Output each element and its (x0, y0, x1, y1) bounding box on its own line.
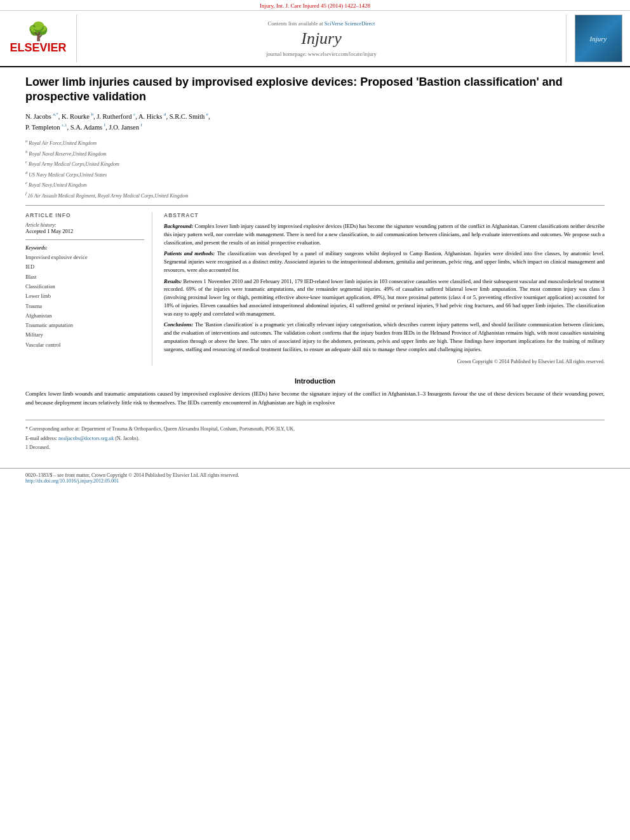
article-history: Article history: Accepted 1 May 2012 (25, 222, 144, 234)
keyword-military: Military (25, 330, 144, 340)
conclusions-content: The 'Bastion classification' is a pragma… (164, 321, 605, 352)
injury-logo: Injury (575, 15, 622, 62)
background-label: Background: (164, 223, 193, 229)
journal-header: 🌳 ELSEVIER Contents lists available at S… (0, 11, 630, 67)
keyword-blast: Blast (25, 272, 144, 282)
footnotes-section: * Corresponding author at: Department of… (25, 420, 605, 451)
keyword-classification: Classification (25, 282, 144, 291)
abstract-text: Background: Complex lower limb injury ca… (164, 222, 605, 366)
intro-paragraph: Complex lower limb wounds and traumatic … (25, 390, 605, 406)
results-label: Results: (164, 278, 182, 284)
corresponding-footnote: * Corresponding author at: Department of… (25, 425, 605, 432)
deceased-footnote: 1 Deceased. (25, 444, 605, 451)
history-label: Article history: (25, 222, 144, 228)
abstract-methods: Patients and methods: The classification… (164, 250, 605, 274)
doi-link[interactable]: http://dx.doi.org/10.1016/j.injury.2012.… (25, 478, 119, 484)
affiliation-f: f 16 Air Assault Medical Regiment, Royal… (25, 190, 605, 200)
keyword-traumatic-amputation: Traumatic amputation (25, 321, 144, 330)
keyword-vascular-control: Vascular control (25, 340, 144, 350)
keywords-list: Improvised explosive device IED Blast Cl… (25, 253, 144, 350)
affiliations: a Royal Air Force,United Kingdom b Royal… (25, 138, 605, 200)
methods-label: Patients and methods: (164, 250, 215, 257)
license-text: 0020–1383/$ – see front matter, Crown Co… (25, 472, 605, 478)
abstract-results: Results: Between 1 November 2010 and 20 … (164, 277, 605, 318)
elsevier-logo-area: 🌳 ELSEVIER (6, 15, 70, 62)
keyword-lower-limb: Lower limb (25, 291, 144, 301)
email-link[interactable]: nealjacobs@doctors.org.uk (58, 436, 114, 441)
authors-line: N. Jacobs a,*, K. Rourke b, J. Rutherfor… (25, 111, 605, 133)
main-content: Lower limb injuries caused by improvised… (0, 67, 630, 460)
section-divider (25, 205, 605, 206)
methods-content: The classification was developed by a pa… (164, 250, 605, 273)
journal-citation: Injury, Int. J. Care Injured 45 (2014) 1… (0, 0, 630, 11)
introduction-text: Complex lower limb wounds and traumatic … (25, 390, 605, 407)
affiliation-c: c Royal Army Medical Corps,United Kingdo… (25, 159, 605, 168)
abstract-background: Background: Complex lower limb injury ca… (164, 222, 605, 246)
journal-info-area: Contents lists available at SciVerse Sci… (76, 15, 566, 62)
affiliation-b: b Royal Naval Reserve,United Kingdom (25, 149, 605, 158)
journal-homepage: journal homepage: www.elsevier.com/locat… (266, 51, 377, 57)
article-info-column: ARTICLE INFO Article history: Accepted 1… (25, 212, 152, 366)
doi-link-line: http://dx.doi.org/10.1016/j.injury.2012.… (25, 478, 605, 484)
citation-text: Injury, Int. J. Care Injured 45 (2014) 1… (260, 3, 370, 9)
history-divider (25, 239, 144, 240)
affiliation-d: d US Navy Medical Corps,United States (25, 170, 605, 179)
affiliation-a: a Royal Air Force,United Kingdom (25, 138, 605, 147)
results-content: Between 1 November 2010 and 20 February … (164, 278, 605, 317)
abstract-label: ABSTRACT (164, 212, 605, 218)
abstract-conclusions: Conclusions: The 'Bastion classification… (164, 321, 605, 353)
introduction-section: Introduction Complex lower limb wounds a… (25, 377, 605, 407)
keywords-label: Keywords: (25, 245, 144, 251)
sciverse-link[interactable]: SciVerse ScienceDirect (325, 20, 375, 27)
article-info-label: ARTICLE INFO (25, 212, 144, 218)
conclusions-label: Conclusions: (164, 321, 193, 328)
journal-title: Injury (301, 29, 342, 48)
keyword-ied-full: Improvised explosive device (25, 253, 144, 262)
keyword-afghanistan: Afghanistan (25, 311, 144, 321)
contents-line: Contents lists available at SciVerse Sci… (268, 20, 375, 27)
injury-logo-text: Injury (590, 35, 607, 43)
elsevier-name: ELSEVIER (10, 41, 66, 54)
received-date: Accepted 1 May 2012 (25, 228, 144, 234)
email-label: E-mail address: (25, 436, 58, 441)
copyright-line: Crown Copyright © 2014 Published by Else… (164, 358, 605, 366)
abstract-column: ABSTRACT Background: Complex lower limb … (164, 212, 605, 366)
elsevier-tree-icon: 🌳 (10, 22, 66, 42)
keywords-section: Keywords: Improvised explosive device IE… (25, 245, 144, 350)
introduction-title: Introduction (25, 377, 605, 385)
email-footnote: E-mail address: nealjacobs@doctors.org.u… (25, 435, 605, 442)
injury-logo-area: Injury (573, 15, 624, 62)
affiliation-e: e Royal Navy,United Kingdom (25, 180, 605, 189)
article-title: Lower limb injuries caused by improvised… (25, 75, 605, 105)
contents-text: Contents lists available at (268, 20, 325, 27)
elsevier-logo: 🌳 ELSEVIER (10, 22, 66, 55)
email-suffix: (N. Jacobs). (115, 436, 139, 441)
background-content: Complex lower limb injury caused by impr… (164, 223, 605, 246)
article-body: ARTICLE INFO Article history: Accepted 1… (25, 212, 605, 366)
keyword-trauma: Trauma (25, 302, 144, 311)
bottom-bar: 0020–1383/$ – see front matter, Crown Co… (0, 468, 630, 488)
keyword-ied: IED (25, 262, 144, 272)
